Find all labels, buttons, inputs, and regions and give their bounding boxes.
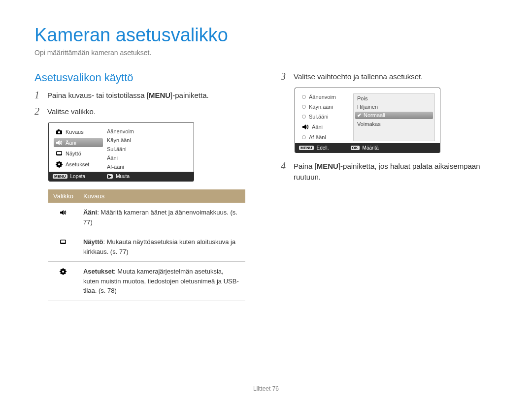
- table-icon-cell: [48, 232, 78, 262]
- display-icon: [60, 239, 66, 246]
- table-header-menu: Valikko: [48, 189, 78, 203]
- step-number: 2: [34, 106, 42, 116]
- option-item: Voimakas: [355, 121, 433, 127]
- menu-key: MENU: [149, 91, 170, 99]
- submenu-item: Äänenvoim: [107, 128, 189, 134]
- step-text: Valitse valikko.: [47, 106, 96, 118]
- step-1: 1 Paina kuvaus- tai toistotilassa [MENU]…: [34, 90, 251, 101]
- step-text: Paina [: [294, 162, 317, 170]
- option-item: ✔Normaali: [355, 112, 433, 119]
- menu-category-item: Asetukset: [54, 160, 103, 169]
- submenu-item: Sul.ääni: [107, 146, 189, 152]
- radio-dot-icon: [302, 135, 306, 139]
- page-title: Kameran asetusvalikko: [34, 25, 498, 46]
- step-text: ]-painiketta.: [170, 91, 209, 99]
- step-2: 2 Valitse valikko.: [34, 106, 251, 118]
- sound-icon: [56, 139, 63, 146]
- page-subtitle: Opi määrittämään kameran asetukset.: [34, 49, 498, 57]
- status-label: Edell.: [317, 145, 329, 151]
- option-label: Pois: [357, 95, 367, 101]
- check-icon: ✔: [357, 112, 362, 118]
- camera-screen-figure-2: ÄänenvoimKäyn.ääniSul.ääniÄäniAf-ääni Po…: [295, 88, 440, 153]
- submenu-label: Käyn.ääni: [309, 104, 333, 110]
- menu-category-label: Näyttö: [66, 151, 81, 156]
- table-desc-cell: Näyttö: Mukauta näyttöasetuksia kuten al…: [78, 232, 245, 262]
- radio-dot-icon: [302, 105, 306, 109]
- submenu-item: Sul.ääni: [300, 113, 349, 121]
- radio-dot-icon: [302, 115, 306, 119]
- step-number: 1: [34, 90, 42, 100]
- table-desc-cell: Ääni: Määritä kameran äänet ja äänenvoim…: [78, 203, 245, 232]
- table-header-desc: Kuvaus: [78, 189, 245, 203]
- submenu-item: Käyn.ääni: [107, 137, 189, 143]
- menu-category-item: Kuvaus: [54, 127, 103, 136]
- step-number: 3: [281, 71, 289, 81]
- camera-screen-figure-1: KuvausÄäniNäyttöAsetukset ÄänenvoimKäyn.…: [48, 122, 194, 182]
- status-bar: MENU Edell. OK Määritä: [295, 143, 440, 153]
- table-desc-cell: Asetukset: Muuta kamerajärjestelmän aset…: [78, 262, 245, 301]
- table-icon-cell: [48, 203, 78, 232]
- table-row: Ääni: Määritä kameran äänet ja äänenvoim…: [48, 203, 245, 232]
- submenu-label: Af-ääni: [309, 134, 326, 140]
- footer-page-number: 76: [272, 385, 279, 392]
- step-4: 4 Paina [MENU]-painiketta, jos haluat pa…: [281, 161, 498, 183]
- step-text: Valitse vaihtoehto ja tallenna asetukset…: [294, 71, 423, 83]
- sound-icon: [60, 209, 66, 216]
- submenu-item: Af-ääni: [107, 164, 189, 170]
- radio-dot-icon: [302, 95, 306, 99]
- status-key: MENU: [299, 146, 314, 150]
- status-label: Lopeta: [70, 174, 86, 179]
- step-number: 4: [281, 161, 289, 171]
- submenu-label: Sul.ääni: [309, 114, 329, 120]
- page-footer: Liitteet 76: [0, 385, 532, 392]
- option-label: Normaali: [364, 112, 385, 118]
- status-bar: MENU Lopeta ▶ Muuta: [49, 172, 194, 181]
- menu-key: MENU: [317, 162, 338, 170]
- submenu-label: Ääni: [312, 124, 323, 130]
- section-heading: Asetusvalikon käyttö: [34, 71, 251, 84]
- step-text: Paina kuvaus- tai toistotilassa [: [47, 91, 149, 99]
- step-3: 3 Valitse vaihtoehto ja tallenna asetuks…: [281, 71, 498, 83]
- table-icon-cell: [48, 262, 78, 301]
- submenu-item: Käyn.ääni: [300, 103, 349, 111]
- option-label: Voimakas: [357, 121, 381, 127]
- status-label: Muuta: [116, 174, 130, 179]
- submenu-item: Ääni: [300, 123, 349, 131]
- submenu-item: Af-ääni: [300, 133, 349, 141]
- table-row: Asetukset: Muuta kamerajärjestelmän aset…: [48, 262, 245, 301]
- option-item: Pois: [355, 95, 433, 102]
- status-key: OK: [351, 146, 360, 150]
- menu-category-label: Ääni: [66, 140, 76, 146]
- status-label: Määritä: [363, 145, 379, 151]
- sound-icon: [302, 123, 309, 130]
- menu-category-item: Näyttö: [54, 149, 103, 158]
- submenu-label: Äänenvoim: [309, 94, 336, 100]
- camera-icon: [56, 128, 63, 135]
- status-key: ▶: [107, 174, 113, 179]
- menu-category-label: Kuvaus: [66, 129, 84, 135]
- menu-category-item: Ääni: [54, 138, 103, 147]
- menu-category-label: Asetukset: [66, 161, 89, 167]
- footer-section: Liitteet: [253, 385, 270, 392]
- display-icon: [56, 150, 63, 157]
- status-key: MENU: [53, 174, 67, 179]
- option-item: Hiljainen: [355, 103, 433, 110]
- submenu-item: Äänenvoim: [300, 93, 349, 101]
- gear-icon: [56, 161, 63, 168]
- option-label: Hiljainen: [357, 104, 378, 110]
- table-row: Näyttö: Mukauta näyttöasetuksia kuten al…: [48, 232, 245, 262]
- gear-icon: [60, 268, 66, 275]
- menu-description-table: Valikko Kuvaus Ääni: Määritä kameran ään…: [48, 189, 245, 301]
- submenu-item: Ääni: [107, 155, 189, 161]
